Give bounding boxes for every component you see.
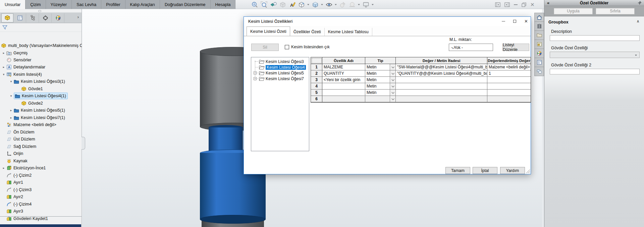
value-expression-cell[interactable]: "SW-Material@@@Kesim Listesi Öğesi4@mult… [396, 64, 487, 70]
property-name-cell[interactable]: QUANTITY [322, 70, 365, 77]
delete-button[interactable]: Sil [251, 44, 279, 51]
tab-feature-manager[interactable] [1, 13, 13, 22]
forum-icon[interactable] [534, 67, 544, 76]
chevron-down-icon[interactable] [390, 70, 395, 76]
dialog-tree-item[interactable]: +Kesim Listesi Öğesi7 [251, 76, 304, 81]
tab-cizim[interactable]: Çizim [25, 0, 46, 9]
tree-item-ayir3[interactable]: Ayır3 [0, 208, 82, 215]
section-view-icon[interactable] [279, 1, 286, 9]
dialog-tree-item-selected[interactable]: Kesim Listesi Öğesi4 [251, 64, 306, 70]
dropdown-arrow-icon[interactable] [321, 4, 323, 5]
tree-item-sag-duzlem[interactable]: Sağ Düzlem [0, 143, 82, 150]
apply-button[interactable]: Uygula [554, 8, 593, 14]
tree-item-cizim3[interactable]: (-) Çizim3 [0, 186, 82, 193]
tab-kesme-listesi-ozeti[interactable]: Kesme Listesi Özeti [247, 26, 290, 36]
ml-quantity-dropdown[interactable]: - Yok - [449, 44, 493, 51]
tree-item-detaylandirmalar[interactable]: ▸Detaylandırmalar [0, 63, 82, 70]
type-dropdown-cell[interactable]: Metin [365, 90, 396, 96]
dropdown-arrow-icon[interactable] [307, 4, 309, 5]
cancel-button[interactable]: İptal [473, 167, 497, 174]
tab-yuzeyler[interactable]: Yüzeyler [46, 0, 72, 9]
reset-button[interactable]: Sıfırla [596, 8, 635, 14]
property-name-cell[interactable] [322, 96, 365, 102]
tree-item-ekstruzyon[interactable]: ▸Ekstrüzyon-İnce1 [0, 164, 82, 171]
body-property2-field[interactable] [550, 69, 640, 74]
panel-splitter-handle[interactable] [82, 137, 85, 150]
expand-arrow-icon[interactable]: ▸ [1, 65, 6, 69]
tab-property-manager[interactable] [14, 13, 26, 22]
zoom-to-fit-icon[interactable] [251, 1, 258, 9]
tree-item-on-duzlem[interactable]: Ön Düzlem [0, 128, 82, 135]
value-expression-cell[interactable] [396, 96, 487, 102]
hide-show-items-icon[interactable] [325, 1, 333, 9]
row-number[interactable]: 5 [311, 90, 322, 96]
type-dropdown-cell[interactable]: Metin [365, 77, 396, 83]
property-name-cell[interactable]: <Yeni bir özellik girin [322, 77, 365, 83]
minimize-icon[interactable] [514, 4, 518, 5]
row-number[interactable]: 4 [311, 83, 322, 90]
expand-arrow-icon[interactable]: ▸ [1, 166, 6, 170]
view-settings-icon[interactable] [362, 1, 370, 9]
help-button[interactable]: Yardım [500, 167, 525, 174]
property-name-cell[interactable] [322, 83, 365, 90]
tree-item-gecmis[interactable]: ▸Geçmiş [0, 49, 82, 56]
tree-item-govde1[interactable]: Gövde1 [0, 85, 82, 92]
chevron-down-icon[interactable] [390, 77, 395, 83]
panel-collapse-handle[interactable] [38, 10, 41, 12]
resize-grip[interactable] [526, 169, 530, 173]
edit-list-button[interactable]: Listeyi Düzenle [502, 44, 529, 51]
tab-hesapla[interactable]: Hesapla [211, 0, 236, 9]
close-window-icon[interactable]: ✕ [530, 2, 535, 7]
restore-window-icon[interactable] [522, 2, 526, 7]
dock-panel-left-icon[interactable] [495, 2, 500, 7]
design-library-icon[interactable] [534, 22, 544, 31]
tab-kesme-listesi-tablosu[interactable]: Kesme Listesi Tablosu [325, 28, 372, 36]
tab-profiller[interactable]: Profiller [101, 0, 125, 9]
value-expression-cell[interactable] [396, 83, 487, 90]
close-icon[interactable]: ✕ [524, 19, 528, 23]
tree-item-cizim2[interactable]: (-) Çizim2 [0, 172, 82, 179]
tree-item-orijin[interactable]: Orijin [0, 150, 82, 157]
custom-properties-icon[interactable] [534, 58, 544, 67]
tab-unsurlar[interactable]: Unsurlar [0, 0, 25, 9]
view-palette-icon[interactable] [534, 40, 544, 49]
panel-tabs-expand-icon[interactable]: › [77, 14, 79, 19]
previous-view-icon[interactable] [269, 1, 277, 9]
row-number[interactable]: 3 [311, 77, 322, 83]
collapse-arrow-icon[interactable]: ▾ [8, 80, 14, 83]
body-property-dropdown[interactable] [550, 52, 640, 58]
dropdown-arrow-icon[interactable] [372, 4, 374, 5]
tab-display-manager[interactable] [52, 13, 64, 22]
dialog-tree-item[interactable]: Kesim Listesi Öğesi3 [251, 59, 304, 64]
tree-item-govde2[interactable]: Gövde2 [0, 100, 82, 107]
dropdown-arrow-icon[interactable] [335, 4, 337, 5]
maximize-icon[interactable] [513, 20, 516, 23]
edit-appearance-icon[interactable] [339, 1, 346, 9]
apply-scene-icon[interactable] [348, 1, 356, 9]
description-field[interactable] [550, 35, 640, 41]
tree-item-malzeme[interactable]: Malzeme <belirli değil> [0, 121, 82, 128]
appearances-icon[interactable] [534, 49, 544, 58]
tree-item-ayir2[interactable]: Ayır2 [0, 193, 82, 200]
groupbox-header[interactable]: Groupbox ∧ [544, 16, 644, 24]
chevron-down-icon[interactable] [390, 83, 395, 89]
file-explorer-icon[interactable] [534, 31, 544, 40]
tree-item-ayir1[interactable]: Ayır1 [0, 179, 82, 186]
tree-item-cizim4[interactable]: (-) Çizim4 [0, 201, 82, 208]
dropdown-arrow-icon[interactable] [358, 4, 360, 5]
minimize-icon[interactable] [502, 21, 505, 22]
tree-root-item[interactable]: multi_body (Varsayılan<Makinelenmiş Ol [0, 42, 82, 49]
tree-item-ogesi4-selected[interactable]: ▾Kesim Listesi Öğesi4(1) [0, 92, 82, 99]
collapse-arrow-icon[interactable]: ▾ [1, 73, 6, 76]
row-number[interactable]: 2 [311, 70, 322, 77]
tree-item-kesim-listesi[interactable]: ▾Kesim listesi(4) [0, 71, 82, 78]
value-expression-cell[interactable] [396, 90, 487, 96]
collapse-arrow-icon[interactable]: ▾ [8, 94, 14, 98]
value-expression-cell[interactable] [396, 77, 487, 83]
property-name-cell[interactable] [322, 90, 365, 96]
chevron-up-icon[interactable]: ∧ [637, 19, 639, 23]
collapse-panel-icon[interactable]: « [547, 0, 549, 5]
filter-funnel-icon[interactable] [2, 24, 8, 30]
dialog-titlebar[interactable]: Kesim Listesi Özellikleri ✕ [244, 17, 531, 26]
zoom-to-area-icon[interactable] [260, 1, 268, 9]
